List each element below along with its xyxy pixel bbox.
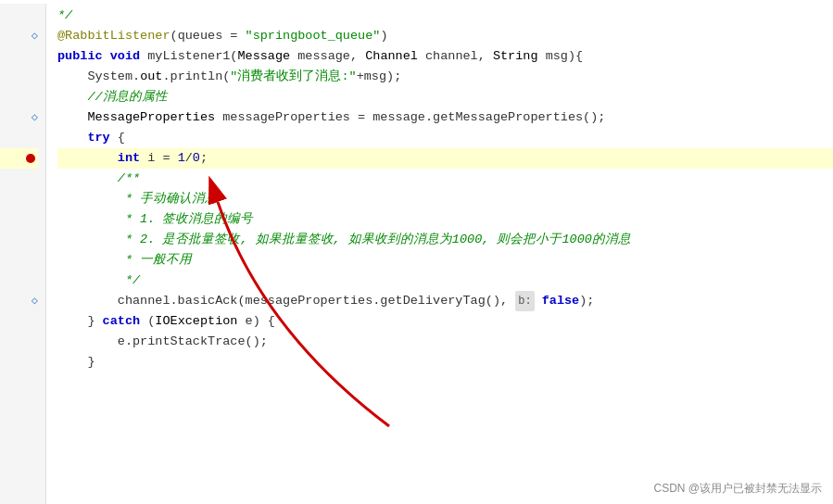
code-line-18: } xyxy=(57,352,833,372)
gutter-line-9 xyxy=(0,169,38,189)
gutter-line-10 xyxy=(0,189,38,209)
gutter-line-7 xyxy=(0,128,38,148)
code-line-9: /** xyxy=(57,169,833,189)
code-line-5: //消息的属性 xyxy=(57,87,833,107)
gutter-line-14 xyxy=(0,271,38,291)
code-line-13: * 一般不用 xyxy=(57,250,833,271)
code-line-10: * 手动确认消息 xyxy=(57,189,833,209)
gutter-line-5 xyxy=(0,87,38,107)
code-line-12: * 2. 是否批量签收, 如果批量签收, 如果收到的消息为1000, 则会把小于… xyxy=(57,230,833,250)
gutter-line-8 xyxy=(0,148,38,169)
watermark: CSDN @该用户已被封禁无法显示 xyxy=(653,481,822,497)
gutter-line-2: ◇ xyxy=(0,26,38,46)
gutter-line-18 xyxy=(0,352,38,372)
code-line-6: MessageProperties messageProperties = me… xyxy=(57,107,833,128)
gutter-line-13 xyxy=(0,250,38,271)
gutter-line-17 xyxy=(0,332,38,352)
code-area: ◇ ◇ ◇ */ xyxy=(0,0,833,504)
code-line-16: } catch (IOException e) { xyxy=(57,311,833,332)
code-line-15: channel.basicAck(messageProperties.getDe… xyxy=(57,291,833,311)
gutter-line-3 xyxy=(0,46,38,67)
code-editor: ◇ ◇ ◇ */ xyxy=(0,0,833,504)
gutter-line-12 xyxy=(0,230,38,250)
gutter-line-6: ◇ xyxy=(0,107,38,128)
gutter-line-11 xyxy=(0,209,38,230)
code-line-1: */ xyxy=(57,6,833,26)
code-line-8: int i = 1/0; xyxy=(57,148,833,169)
gutter-line-16 xyxy=(0,311,38,332)
code-line-11: * 1. 签收消息的编号 xyxy=(57,209,833,230)
gutter-line-15: ◇ xyxy=(0,291,38,311)
code-line-14: */ xyxy=(57,271,833,291)
code-line-4: System.out.println("消费者收到了消息:"+msg); xyxy=(57,67,833,87)
code-line-17: e.printStackTrace(); xyxy=(57,332,833,352)
code-line-3: public void myListener1(Message message,… xyxy=(57,46,833,67)
code-line-2: @RabbitListener(queues = "springboot_que… xyxy=(57,26,833,46)
line-gutter: ◇ ◇ ◇ xyxy=(0,4,46,504)
code-line-7: try { xyxy=(57,128,833,148)
gutter-line-1 xyxy=(0,6,38,26)
code-lines: */ @RabbitListener(queues = "springboot_… xyxy=(46,4,833,504)
gutter-line-4 xyxy=(0,67,38,87)
